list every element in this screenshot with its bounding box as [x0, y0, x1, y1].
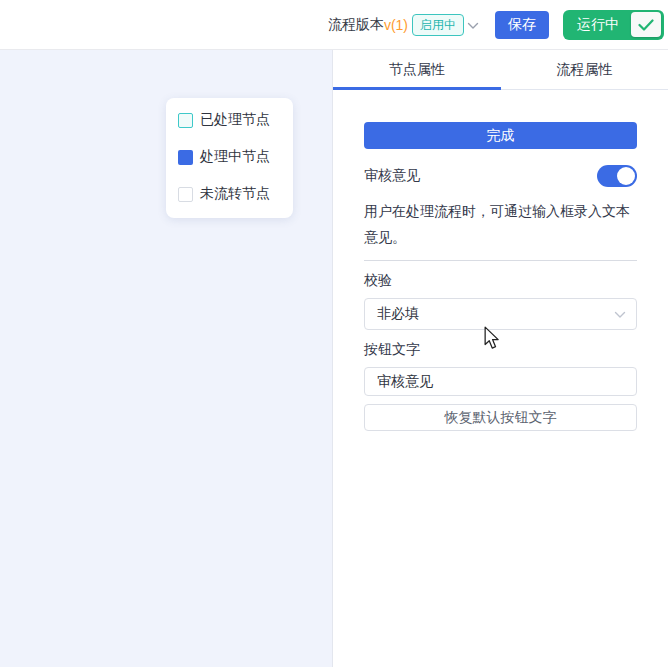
legend-label: 未流转节点 — [200, 185, 270, 203]
validation-selected-value: 非必填 — [377, 305, 419, 323]
validation-select[interactable]: 非必填 — [364, 298, 637, 330]
finish-button[interactable]: 完成 — [364, 122, 637, 149]
main-area: 已处理节点 处理中节点 未流转节点 节点属性 流程属性 完成 — [0, 50, 668, 667]
legend-item-processing: 处理中节点 — [178, 148, 281, 166]
pending-node-swatch — [178, 187, 193, 202]
app-window: 流程版本 v(1) 启用中 保存 运行中 已处理节点 — [0, 0, 668, 667]
button-text-input[interactable] — [364, 367, 637, 396]
review-opinion-row: 审核意见 — [364, 165, 637, 187]
chevron-down-icon — [614, 306, 626, 322]
legend-label: 处理中节点 — [200, 148, 270, 166]
node-legend-card: 已处理节点 处理中节点 未流转节点 — [166, 98, 293, 218]
review-opinion-toggle[interactable] — [597, 165, 637, 187]
chevron-down-icon[interactable] — [467, 22, 479, 30]
top-bar: 流程版本 v(1) 启用中 保存 运行中 — [0, 0, 668, 50]
run-status-button[interactable]: 运行中 — [563, 10, 664, 40]
legend-label: 已处理节点 — [200, 111, 270, 129]
processing-node-swatch — [178, 150, 193, 165]
section-divider — [364, 260, 637, 261]
flow-title-group: 流程版本 v(1) 启用中 — [328, 14, 481, 36]
panel-content: 完成 审核意见 用户在处理流程时，可通过输入框录入文本意见。 校验 非必填 — [333, 90, 668, 431]
run-status-label: 运行中 — [577, 16, 619, 34]
flow-version: v(1) — [384, 17, 408, 33]
legend-item-pending: 未流转节点 — [178, 185, 281, 203]
validation-label: 校验 — [364, 272, 637, 290]
run-enabled-checkbox[interactable] — [631, 12, 661, 37]
panel-tabs: 节点属性 流程属性 — [333, 50, 668, 90]
tab-node-properties[interactable]: 节点属性 — [333, 50, 501, 89]
flow-title: 流程版本 — [328, 16, 384, 34]
flow-canvas[interactable]: 已处理节点 处理中节点 未流转节点 — [0, 50, 332, 667]
check-icon — [638, 19, 654, 31]
review-opinion-description: 用户在处理流程时，可通过输入框录入文本意见。 — [364, 198, 637, 250]
button-text-label: 按钮文字 — [364, 341, 637, 359]
processed-node-swatch — [178, 113, 193, 128]
status-badge: 启用中 — [412, 14, 464, 36]
toggle-knob — [617, 167, 635, 185]
properties-panel: 节点属性 流程属性 完成 审核意见 用户在处理流程时，可通过输入框录入文本意见。… — [332, 50, 668, 667]
save-button[interactable]: 保存 — [495, 11, 549, 39]
restore-default-button[interactable]: 恢复默认按钮文字 — [364, 404, 637, 431]
legend-item-processed: 已处理节点 — [178, 111, 281, 129]
tab-flow-properties[interactable]: 流程属性 — [501, 50, 668, 89]
review-opinion-label: 审核意见 — [364, 167, 420, 185]
